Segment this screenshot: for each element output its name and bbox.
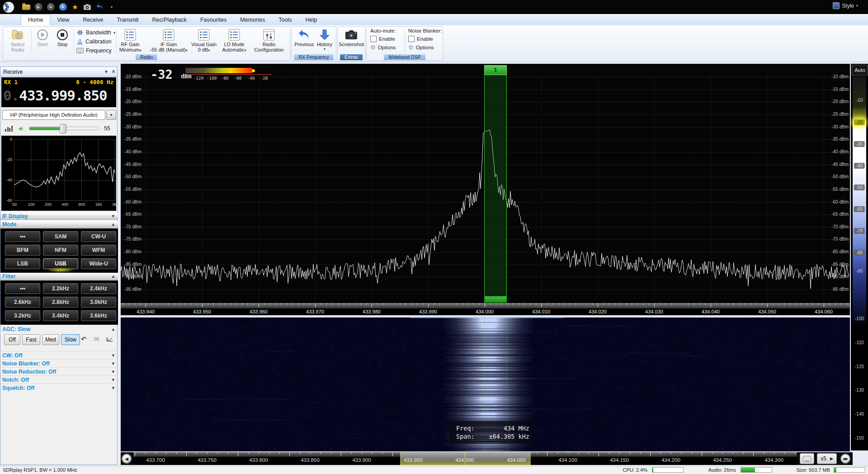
mode-button-sam[interactable]: SAM (43, 231, 78, 242)
chevron-up-icon[interactable]: ▲ (111, 274, 115, 279)
mode-button-lsb[interactable]: LSB (5, 258, 40, 269)
chevron-down-icon[interactable]: ▼ (111, 370, 115, 374)
previous-button[interactable]: Previous (293, 28, 315, 47)
tab-favourites[interactable]: Favourites (193, 14, 233, 25)
open-folder-icon[interactable] (22, 3, 30, 11)
start-button[interactable]: Start (33, 28, 52, 47)
tab-receive[interactable]: Receive (76, 14, 110, 25)
chevron-down-icon[interactable]: ▼ (111, 353, 115, 358)
visual-gain-button[interactable]: Visual Gain 0 dB▾ (189, 28, 218, 53)
tab-home[interactable]: Home (21, 14, 50, 25)
panel-menu-chevron-icon[interactable]: ▾ (103, 69, 110, 75)
volume-thumb[interactable] (60, 124, 66, 133)
chevron-up-icon[interactable]: ▲ (111, 327, 115, 332)
spectrum-display[interactable]: -32 dBm -120-100-80-60-40-20 1 -10 dBm-1… (121, 64, 850, 315)
filter-button-3-6khz[interactable]: 3.6kHz (81, 310, 116, 321)
screenshot-button[interactable]: Screenshot (338, 28, 365, 47)
receive-panel-titlebar[interactable]: Receive ▾ ✕ (0, 67, 117, 77)
tab-view[interactable]: View (50, 14, 76, 25)
zoom-level-button[interactable]: x5 ▶ (817, 453, 837, 464)
auto-mute-options-button[interactable]: ⚙Options (370, 44, 396, 50)
envelope-icon[interactable]: ✉ (94, 335, 99, 343)
chevron-up-icon[interactable]: ▲ (111, 222, 115, 227)
waterfall-color-scale[interactable]: Auto -10-20-30-40-50-60-70-80-90-100-110… (851, 64, 868, 450)
section-noise-reduction[interactable]: Noise Reduction: Off▼ (0, 367, 118, 376)
audio-device-dropdown-button[interactable]: ▼ (106, 110, 116, 120)
section-cw[interactable]: CW: Off▼ (0, 351, 118, 360)
noise-blanker-enable-checkbox[interactable]: Enable (408, 36, 442, 42)
lo-mode-button[interactable]: LO Mode Automatic▾ (219, 28, 249, 53)
graph-icon[interactable]: 📈︎ (106, 335, 113, 343)
camera-icon[interactable] (83, 3, 91, 11)
auto-mute-enable-checkbox[interactable]: Enable (370, 36, 396, 42)
filter-header[interactable]: Filter ▲ (0, 273, 118, 280)
color-scale-bar[interactable] (853, 76, 866, 450)
chevron-down-icon[interactable]: ▼ (111, 386, 115, 390)
section-notch[interactable]: Notch: Off▼ (0, 375, 118, 384)
agc-button-fast[interactable]: Fast (22, 334, 40, 345)
chevron-down-icon[interactable]: ▼ (111, 214, 115, 218)
favourite-star-icon[interactable]: ★ (71, 3, 79, 11)
calibration-button[interactable]: Calibration (76, 38, 111, 45)
speaker-icon[interactable]: 🔊︎ (19, 125, 23, 133)
radio-configuration-button[interactable]: Radio Configuration (250, 28, 288, 52)
undo-icon[interactable] (95, 3, 104, 11)
filter-button-2-8khz[interactable]: 2.8kHz (43, 297, 78, 308)
filter-button-2-2khz[interactable]: 2.2kHz (43, 283, 78, 294)
history-button[interactable]: History ▾ (315, 28, 334, 51)
audio-device-select[interactable]: HP (Périphérique High Definition Audio) (2, 110, 105, 120)
waterfall-display[interactable]: Freq:434 MHz Span:±64.305 kHz (121, 317, 850, 451)
filter-button-2-6khz[interactable]: 2.6kHz (5, 297, 40, 308)
equalizer-icon[interactable] (5, 126, 13, 132)
select-radio-button[interactable]: Select Radio (6, 28, 29, 52)
mode-button-nfm[interactable]: NFM (43, 245, 78, 256)
spectrum-plot-area[interactable]: -32 dBm -120-100-80-60-40-20 1 -10 dBm-1… (121, 64, 850, 303)
filter-button-3-4khz[interactable]: 3.4kHz (43, 310, 78, 321)
mode-button-[interactable]: ••• (5, 231, 40, 242)
tab-memories[interactable]: Memories (233, 14, 272, 25)
bandwidth-button[interactable]: Bandwidth▾ (76, 29, 115, 36)
section-squelch[interactable]: Squelch: Off▼ (0, 384, 118, 392)
chevron-down-icon[interactable]: ▼ (111, 378, 115, 382)
noise-blanker-options-button[interactable]: ⚙Options (408, 44, 442, 50)
tab-help[interactable]: Help (298, 14, 324, 25)
mode-header[interactable]: Mode ▲ (0, 221, 118, 228)
agc-header[interactable]: AGC: Slow ▲ (0, 326, 118, 333)
tab-tools[interactable]: Tools (272, 14, 298, 25)
filter-button-[interactable]: ••• (5, 283, 40, 294)
frequency-display[interactable]: 0.433.999.850 (3, 87, 107, 104)
customize-chevron-icon[interactable]: ▾ (108, 3, 116, 11)
spectrum-frequency-ruler[interactable] (121, 303, 850, 308)
mode-button-bfm[interactable]: BFM (5, 245, 40, 256)
play-icon[interactable]: ▶ (34, 3, 42, 11)
filter-button-3-0khz[interactable]: 3.0kHz (81, 297, 116, 308)
rx-display[interactable]: RX 1 0 - 4000 Hz 0.433.999.850 (1, 77, 116, 107)
power-colorbar[interactable] (185, 68, 252, 73)
undo-icon[interactable]: ↶ (81, 335, 87, 343)
scroll-right-fast-button[interactable]: ▶▶ (840, 454, 850, 464)
stop-button[interactable]: Stop (53, 28, 72, 47)
ribbon-group-label-rx-frequency[interactable]: RX Frequency (294, 54, 333, 60)
agc-button-off[interactable]: Off (4, 334, 20, 345)
scroll-left-button[interactable]: ◀ (122, 454, 132, 464)
frequency-button[interactable]: Frequency (76, 47, 112, 54)
agc-button-med[interactable]: Med (42, 334, 59, 345)
ribbon-group-label-extras[interactable]: Extras (340, 54, 363, 60)
close-icon[interactable]: ✕ (110, 69, 117, 75)
stop-icon[interactable]: ■ (47, 3, 55, 11)
style-menu[interactable]: Style ▾ (833, 2, 858, 9)
tab-rec-playback[interactable]: Rec/Playback (146, 14, 193, 25)
marker-tab[interactable]: 1 (484, 65, 507, 75)
filter-button-3-2khz[interactable]: 3.2kHz (5, 310, 40, 321)
ribbon-group-label-radio[interactable]: Radio (136, 54, 157, 60)
keyboard-entry-button[interactable] (800, 453, 814, 464)
add-icon[interactable]: + (59, 3, 67, 11)
auto-scale-button[interactable]: Auto (852, 65, 868, 76)
volume-slider[interactable] (29, 127, 99, 130)
chevron-down-icon[interactable]: ▼ (111, 361, 115, 366)
agc-button-slow[interactable]: Slow (61, 334, 80, 345)
frequency-navigator[interactable]: ◀ 433.700433.750433.800433.850433.900433… (121, 451, 853, 465)
if-display-header[interactable]: IF Display ▼ (0, 213, 118, 220)
section-noise-blanker[interactable]: Noise Blanker: Off▼ (0, 359, 118, 368)
mode-button-usb[interactable]: USB (43, 258, 78, 269)
